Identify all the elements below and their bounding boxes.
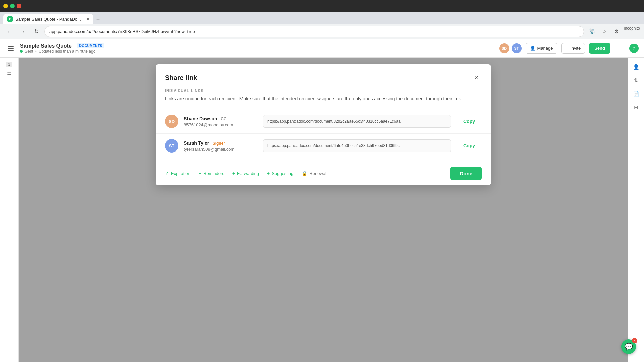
maximize-button[interactable]: □ <box>10 4 15 8</box>
updated-text: Updated less than a minute ago <box>39 49 95 54</box>
dialog-description: Links are unique for each recipient. Mak… <box>156 95 491 109</box>
manage-icon: 👤 <box>530 46 535 51</box>
document-content-area: Share link × INDIVIDUAL LINKS Links are … <box>19 58 628 362</box>
recipient-info-sd: Shane Dawson CC 85761024@moodjoy.com <box>184 116 258 127</box>
recipient-role-st: Signer <box>213 141 225 146</box>
recipient-name-sd: Shane Dawson <box>184 116 217 121</box>
recipient-email-st: tylersarah508@gmail.com <box>184 147 258 152</box>
checkmark-icon: ✓ <box>165 171 169 176</box>
bookmark-button[interactable]: ☆ <box>599 26 609 37</box>
recipients-avatars: SD ST <box>499 43 522 53</box>
expiration-label: Expiration <box>171 171 191 176</box>
dialog-footer: ✓ Expiration + Reminders + Forwarding + … <box>156 161 491 185</box>
forwarding-label: Forwarding <box>237 171 259 176</box>
share-link-input-st[interactable] <box>263 139 451 152</box>
reminders-item[interactable]: + Reminders <box>199 171 224 176</box>
header-meta: Sample Sales Quote DOCUMENTS Sent • Upda… <box>20 43 104 54</box>
address-bar[interactable]: app.pandadoc.com/a/#/documents/7nX98nBSk… <box>44 26 584 37</box>
browser-tab-bar: P Sample Sales Quote - PandaDo... × + <box>0 12 644 24</box>
hamburger-button[interactable] <box>5 43 16 54</box>
invite-icon: + <box>566 46 569 51</box>
dialog-close-button[interactable]: × <box>471 72 482 83</box>
recipient-avatar-st: ST <box>165 139 178 153</box>
browser-titlebar: − □ × <box>0 0 644 12</box>
main-area: 1 ☰ Share link × INDIVIDUAL LINKS Links … <box>0 58 644 362</box>
chat-bubble[interactable]: × 💬 <box>621 339 636 354</box>
right-sidebar-grid-icon[interactable]: ⊞ <box>631 102 642 113</box>
status-text: Sent <box>25 49 33 54</box>
browser-close-button[interactable]: × <box>17 4 21 8</box>
more-options-button[interactable]: ⋮ <box>614 43 625 54</box>
forwarding-item[interactable]: + Forwarding <box>232 171 259 176</box>
dialog-section-label: INDIVIDUAL LINKS <box>156 83 491 95</box>
copy-button-st[interactable]: Copy <box>457 139 482 152</box>
avatar-sd: SD <box>499 43 509 53</box>
reminders-label: Reminders <box>203 171 224 176</box>
manage-label: Manage <box>537 46 553 51</box>
recipient-row: SD Shane Dawson CC 85761024@moodjoy.com … <box>156 109 491 134</box>
left-sidebar: 1 ☰ <box>0 58 19 362</box>
doc-title: Sample Sales Quote <box>20 43 72 49</box>
done-button[interactable]: Done <box>450 167 482 180</box>
tab-close-button[interactable]: × <box>87 16 89 22</box>
avatar-st: ST <box>512 43 522 53</box>
right-sidebar: 👤 ⇅ 📄 ⊞ <box>628 58 644 362</box>
recipient-row-2: ST Sarah Tyler Signer tylersarah508@gmai… <box>156 134 491 158</box>
renewal-item[interactable]: 🔒 Renewal <box>302 171 326 176</box>
suggesting-item[interactable]: + Suggesting <box>267 171 293 176</box>
tab-title: Sample Sales Quote - PandaDo... <box>15 17 81 22</box>
documents-badge: DOCUMENTS <box>77 43 104 48</box>
send-label: Send <box>594 46 605 51</box>
recipient-name-st: Sarah Tyler <box>184 140 209 146</box>
page-badge: 1 <box>6 62 12 67</box>
tab-favicon: P <box>7 16 13 22</box>
sidebar-pages-icon[interactable]: ☰ <box>3 68 15 80</box>
minimize-button[interactable]: − <box>3 4 8 8</box>
help-button[interactable]: ? <box>629 44 639 53</box>
add-forwarding-icon: + <box>232 171 235 176</box>
right-sidebar-people-icon[interactable]: 👤 <box>631 62 642 72</box>
manage-button[interactable]: 👤 Manage <box>526 43 557 54</box>
renewal-label: Renewal <box>309 171 326 176</box>
recipient-name-row-2: Sarah Tyler Signer <box>184 140 258 146</box>
right-sidebar-sort-icon[interactable]: ⇅ <box>631 75 642 86</box>
chat-close-icon[interactable]: × <box>632 338 637 343</box>
share-link-input-sd[interactable] <box>263 115 451 128</box>
browser-toolbar: ← → ↻ app.pandadoc.com/a/#/documents/7nX… <box>0 24 644 39</box>
status-dot <box>20 50 23 53</box>
recipient-name-row: Shane Dawson CC <box>184 116 258 122</box>
recipient-info-st: Sarah Tyler Signer tylersarah508@gmail.c… <box>184 140 258 152</box>
dialog-title: Share link <box>165 74 197 82</box>
invite-label: Invite <box>570 46 581 51</box>
refresh-button[interactable]: ↻ <box>31 26 42 37</box>
status-row: Sent • Updated less than a minute ago <box>20 49 104 54</box>
recipient-role-sd: CC <box>221 117 226 121</box>
incognito-label: Incognito <box>624 26 640 37</box>
done-label: Done <box>460 171 473 176</box>
send-button[interactable]: Send <box>589 43 610 54</box>
recipient-email-sd: 85761024@moodjoy.com <box>184 122 258 127</box>
separator: • <box>35 49 37 54</box>
chat-icon: 💬 <box>625 343 633 351</box>
forward-button[interactable]: → <box>17 26 28 37</box>
invite-button[interactable]: + Invite <box>561 43 585 54</box>
dialog-overlay: Share link × INDIVIDUAL LINKS Links are … <box>19 58 628 362</box>
new-tab-button[interactable]: + <box>93 15 103 24</box>
recipient-avatar-sd: SD <box>165 115 178 128</box>
add-suggesting-icon: + <box>267 171 270 176</box>
app-header: Sample Sales Quote DOCUMENTS Sent • Upda… <box>0 39 644 58</box>
suggesting-label: Suggesting <box>272 171 293 176</box>
header-right: SD ST 👤 Manage + Invite Send ⋮ ? <box>499 43 639 54</box>
extensions-button[interactable]: ⚙ <box>611 26 622 37</box>
address-text: app.pandadoc.com/a/#/documents/7nX98nBSk… <box>49 29 195 34</box>
back-button[interactable]: ← <box>4 26 15 37</box>
active-browser-tab[interactable]: P Sample Sales Quote - PandaDo... × <box>3 14 93 24</box>
share-link-dialog: Share link × INDIVIDUAL LINKS Links are … <box>156 64 491 185</box>
right-sidebar-file-icon[interactable]: 📄 <box>631 88 642 99</box>
add-reminders-icon: + <box>199 171 201 176</box>
lock-renewal-icon: 🔒 <box>302 171 307 176</box>
copy-button-sd[interactable]: Copy <box>457 115 482 128</box>
cast-button[interactable]: 📡 <box>587 26 597 37</box>
hamburger-icon <box>8 46 14 51</box>
expiration-item[interactable]: ✓ Expiration <box>165 171 191 176</box>
